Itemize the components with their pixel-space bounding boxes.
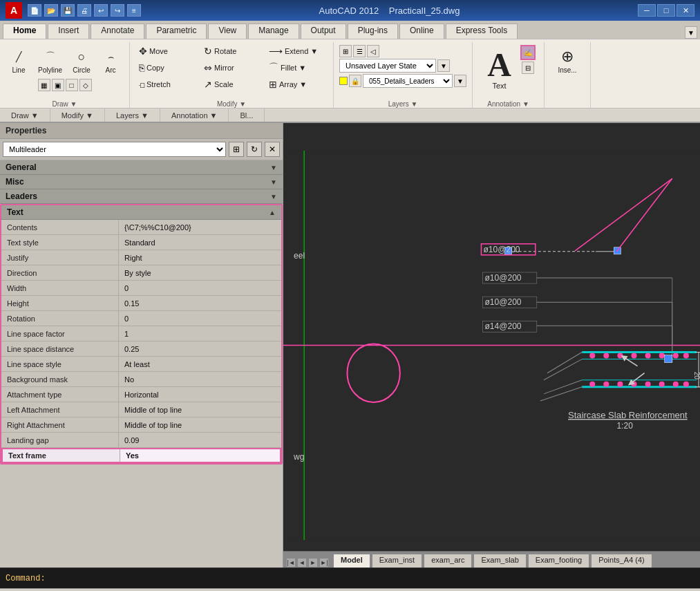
rotate-label: Rotate (214, 47, 236, 55)
props-icon-btn1[interactable]: ⊞ (229, 142, 244, 157)
misc-section-header[interactable]: Misc ▼ (0, 175, 283, 189)
tab-parametric[interactable]: Parametric (146, 24, 207, 39)
insert-btn[interactable]: ⊕ Inse... (550, 45, 585, 76)
ribbon-group-layers: ⊞ ☰ ◁ Unsaved Layer State ▼ 🔒 055_Detail… (337, 42, 473, 108)
boundary-btn[interactable]: □ (66, 79, 78, 91)
rotate-btn[interactable]: ↻ Rotate (200, 44, 263, 59)
modify-section-label[interactable]: Modify ▼ (50, 109, 105, 122)
mirror-btn[interactable]: ⇔ Mirror (200, 59, 263, 76)
svg-point-46 (659, 382, 665, 387)
insert-label: Inse... (558, 66, 576, 74)
tab-annotate[interactable]: Annotate (91, 24, 144, 39)
mirror-label: Mirror (214, 64, 234, 72)
layer-state-dropdown[interactable]: Unsaved Layer State (339, 59, 436, 73)
fillet-btn[interactable]: ⌒ Fillet ▼ (265, 59, 328, 76)
layer-props-btn[interactable]: ☰ (353, 45, 366, 57)
svg-text:ø10@200: ø10@200 (484, 297, 521, 307)
svg-point-47 (673, 382, 679, 387)
tab-manage[interactable]: Manage (248, 24, 299, 39)
tab-view[interactable]: View (208, 24, 247, 39)
array-btn[interactable]: ⊞ Array ▼ (265, 77, 328, 92)
line-btn[interactable]: ╱ Line (6, 45, 32, 76)
close-btn[interactable]: ✕ (677, 4, 694, 17)
scale-btn[interactable]: ↗ Scale (200, 77, 263, 92)
leaders-section-header[interactable]: Leaders ▼ (0, 189, 283, 204)
stretch-label: Stretch (146, 80, 171, 88)
tab-home[interactable]: Home (3, 24, 46, 39)
tab-last-btn[interactable]: ►| (319, 558, 329, 567)
tab-points-a4[interactable]: Points_A4 (4) (591, 554, 652, 567)
layer-prev-btn[interactable]: ◁ (367, 45, 379, 57)
block-section-label[interactable]: Bl... (229, 109, 265, 122)
polyline-btn[interactable]: ⌒ Polyline (35, 45, 66, 76)
gradient-btn[interactable]: ▣ (52, 79, 64, 91)
prop-row-text-frame: Text frame Yes (1, 448, 281, 463)
extend-btn[interactable]: ⟶ Extend ▼ (265, 44, 328, 59)
ribbon-options-btn[interactable]: ▼ (685, 26, 697, 39)
tab-exam-arc[interactable]: exam_arc (424, 554, 472, 567)
move-label: Move (149, 47, 168, 55)
annotation-group-label: Annotation ▼ (487, 99, 529, 108)
svg-point-48 (683, 382, 689, 387)
layers-section-label[interactable]: Layers ▼ (105, 109, 160, 122)
tab-online[interactable]: Online (399, 24, 444, 39)
prop-label-justify: Justify (1, 250, 119, 265)
prop-value-rotation: 0 (119, 315, 281, 323)
circle-btn[interactable]: ○ Circle (68, 45, 95, 76)
current-layer-arrow[interactable]: ▼ (454, 75, 466, 87)
layer-state-arrow[interactable]: ▼ (437, 59, 450, 72)
prop-row-bg-mask: Background mask No (1, 372, 281, 387)
copy-btn[interactable]: ⎘ Copy (135, 59, 198, 76)
hatch-btn[interactable]: ▦ (38, 79, 50, 91)
layer-state-btn[interactable]: ⊞ (339, 45, 352, 57)
prop-label-bgmask: Background mask (1, 372, 119, 386)
save-btn[interactable]: 💾 (61, 4, 75, 17)
maximize-btn[interactable]: □ (657, 4, 675, 17)
command-input[interactable] (46, 574, 694, 583)
tab-insert[interactable]: Insert (48, 24, 89, 39)
props-icon-btn2[interactable]: ↻ (247, 142, 262, 157)
current-layer-dropdown[interactable]: 055_Details_Leaders (363, 74, 453, 88)
svg-point-34 (603, 353, 609, 359)
general-section-header[interactable]: General ▼ (0, 160, 283, 175)
line-icon: ╱ (9, 47, 28, 66)
tab-model[interactable]: Model (333, 554, 370, 567)
undo-btn[interactable]: ↩ (94, 4, 108, 17)
stretch-btn[interactable]: ⟤ Stretch (135, 77, 198, 92)
minimize-btn[interactable]: ─ (638, 4, 656, 17)
open-btn[interactable]: 📂 (44, 4, 58, 17)
properties-title: Properties (0, 123, 283, 139)
tab-plugins[interactable]: Plug-ins (348, 24, 398, 39)
status-bar: 206.80, -546.17, 0.00 ⊞ # ⊕ ⊢ ◎ △ ⟷ ⬚ ═ … (0, 588, 700, 591)
layer-lock-btn[interactable]: 🔒 (349, 75, 361, 87)
redo-btn[interactable]: ↪ (111, 4, 124, 17)
svg-text:wg: wg (293, 452, 304, 462)
tab-prev-btn[interactable]: ◄ (297, 558, 307, 567)
annotation-btn2[interactable]: ⊟ (522, 62, 534, 74)
tab-exam-slab[interactable]: Exam_slab (473, 554, 526, 567)
print-btn[interactable]: 🖨 (77, 4, 91, 17)
props-icon-btn3[interactable]: ✕ (265, 142, 280, 157)
text-large-btn[interactable]: A Text (481, 45, 518, 93)
move-btn[interactable]: ✥ Move (135, 44, 198, 59)
new-btn[interactable]: 📄 (28, 4, 41, 17)
tab-exam-footing[interactable]: Exam_footing (528, 554, 589, 567)
text-section-arrow: ▲ (269, 209, 276, 216)
tab-next-btn[interactable]: ► (308, 558, 318, 567)
object-type-dropdown[interactable]: Multileader (3, 142, 226, 157)
tab-exam-inst[interactable]: Exam_inst (372, 554, 422, 567)
tab-first-btn[interactable]: |◄ (286, 558, 296, 567)
tab-output[interactable]: Output (301, 24, 346, 39)
text-style-btn[interactable]: ✍ (520, 45, 536, 60)
svg-point-33 (589, 353, 595, 359)
annotation-section-label[interactable]: Annotation ▼ (160, 109, 229, 122)
tab-express-tools[interactable]: Express Tools (446, 24, 518, 39)
svg-point-42 (603, 382, 609, 387)
draw-section-label[interactable]: Draw ▼ (0, 109, 50, 122)
arc-btn[interactable]: ⌢ Arc (97, 45, 124, 76)
workspace-btn[interactable]: ≡ (127, 4, 141, 17)
ribbon-group-modify: ✥ Move ↻ Rotate ⟶ Extend ▼ ⎘ Cop (133, 42, 334, 108)
text-section-header[interactable]: Text ▲ (1, 205, 281, 220)
region-btn[interactable]: ◇ (79, 79, 92, 91)
array-icon: ⊞ (269, 79, 277, 90)
